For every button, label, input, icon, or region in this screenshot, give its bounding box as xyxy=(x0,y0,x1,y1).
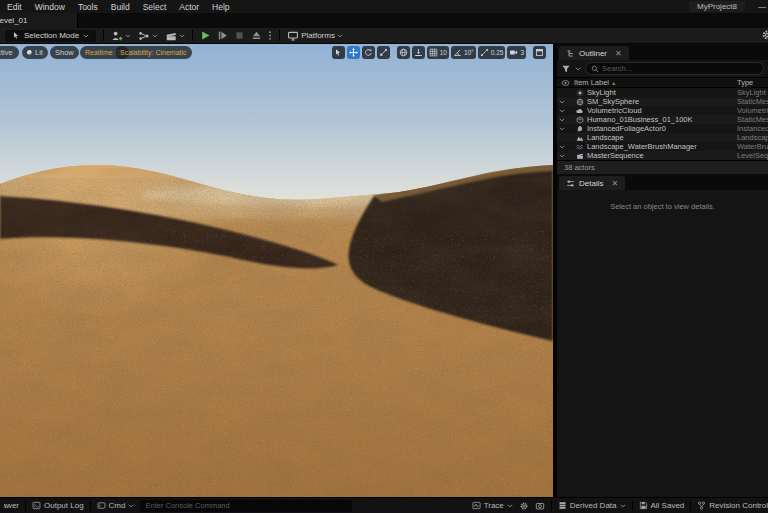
column-type[interactable]: Type xyxy=(737,78,753,87)
scale-tool-button[interactable] xyxy=(377,46,390,59)
output-log-icon xyxy=(32,501,41,510)
trace-dropdown[interactable]: Trace xyxy=(472,501,513,510)
tab-details[interactable]: Details ✕ xyxy=(559,176,625,190)
chevron-down-icon xyxy=(337,34,343,38)
outliner-search-box[interactable] xyxy=(585,62,764,75)
eject-icon[interactable] xyxy=(251,30,262,41)
outliner-row-skylight[interactable]: SkyLightSkyLight xyxy=(557,88,768,97)
details-tab-icon xyxy=(566,179,575,188)
world-space-button[interactable] xyxy=(397,46,410,59)
project-name-badge: MyProject8 xyxy=(689,1,745,12)
scalability-button[interactable]: Scalability: Cinematic xyxy=(115,46,192,59)
menu-tools[interactable]: Tools xyxy=(78,2,98,12)
stop-icon[interactable] xyxy=(234,30,245,41)
scale-snap-button[interactable]: 0.25 xyxy=(478,46,506,59)
trace-icon xyxy=(472,501,481,510)
rotation-snap-button[interactable]: 10° xyxy=(451,46,476,59)
column-item-label[interactable]: Item Label ▲ xyxy=(574,78,616,87)
outliner-row-skysphere[interactable]: SM_SkySphereStaticMes xyxy=(557,97,768,106)
expand-chevron-icon[interactable] xyxy=(559,118,565,122)
settings-button[interactable] xyxy=(761,28,768,44)
scale-tool-icon xyxy=(379,48,388,57)
perspective-button[interactable]: Perspective xyxy=(0,46,19,59)
statusbar-separator xyxy=(90,501,91,511)
viewport-scene[interactable] xyxy=(0,44,553,497)
all-saved-button[interactable]: All Saved xyxy=(639,501,685,510)
filter-funnel-icon[interactable] xyxy=(561,64,571,74)
expand-chevron-icon[interactable] xyxy=(559,100,565,104)
camera-speed-button[interactable]: 3 xyxy=(507,46,526,59)
level-viewport[interactable]: Perspective Lit Show Realtime Off Scalab… xyxy=(0,44,553,497)
toolbar-separator xyxy=(192,30,193,41)
foliage-icon xyxy=(576,125,584,133)
platforms-label: Platforms xyxy=(301,31,335,40)
derived-data-dropdown[interactable]: Derived Data xyxy=(558,501,626,510)
menu-help[interactable]: Help xyxy=(212,2,229,12)
save-icon xyxy=(639,501,648,510)
outliner-row-mastersequence[interactable]: MasterSequenceLevelSequ xyxy=(557,151,768,160)
play-icon[interactable] xyxy=(200,30,211,41)
output-log-button[interactable]: Output Log xyxy=(32,501,84,510)
close-icon[interactable]: ✕ xyxy=(615,49,622,58)
minimize-button[interactable]: — xyxy=(758,2,766,11)
tab-level-01[interactable]: Level_01 xyxy=(0,13,78,28)
menu-window[interactable]: Window xyxy=(35,2,65,12)
close-icon[interactable]: ✕ xyxy=(611,179,618,188)
cinematics-button[interactable] xyxy=(165,30,185,42)
actor-count: 38 actors xyxy=(564,163,595,172)
add-actor-button[interactable] xyxy=(111,30,131,42)
show-button[interactable]: Show xyxy=(50,46,79,59)
menu-select[interactable]: Select xyxy=(143,2,167,12)
kebab-menu-icon[interactable] xyxy=(268,30,272,41)
move-tool-button[interactable] xyxy=(347,46,360,59)
toolbar-separator xyxy=(279,30,280,41)
console-command-input[interactable] xyxy=(145,501,347,510)
expand-chevron-icon[interactable] xyxy=(559,127,565,131)
maximize-viewport-button[interactable] xyxy=(533,46,546,59)
surface-snap-button[interactable] xyxy=(412,46,425,59)
chevron-down-icon[interactable] xyxy=(575,67,581,71)
platforms-button[interactable]: Platforms xyxy=(287,30,343,42)
snapshot-icon[interactable] xyxy=(535,501,545,511)
grid-snap-button[interactable]: 10 xyxy=(427,46,449,59)
viewport-toolbar: Perspective Lit Show Realtime Off Scalab… xyxy=(0,46,553,60)
camera-speed-icon xyxy=(509,48,518,57)
console-command-box[interactable] xyxy=(140,500,352,512)
derived-data-icon xyxy=(558,501,567,510)
expand-chevron-icon[interactable] xyxy=(559,154,565,158)
lit-mode-icon xyxy=(27,50,32,55)
outliner-row-waterbrush[interactable]: Landscape_WaterBrushManagerWaterBrus xyxy=(557,142,768,151)
eye-icon[interactable] xyxy=(561,79,570,87)
cmd-dropdown[interactable]: Cmd xyxy=(97,501,135,510)
world-space-icon xyxy=(399,48,408,57)
revision-control-button[interactable]: Revision Control xyxy=(697,501,768,510)
outliner-row-humano[interactable]: Humano_01Business_01_100KStaticMes xyxy=(557,115,768,124)
selection-mode-button[interactable]: Selection Mode xyxy=(5,30,96,42)
blueprints-button[interactable] xyxy=(138,30,158,42)
outliner-row-foliage[interactable]: InstancedFoliageActor0InstancedF xyxy=(557,124,768,133)
expand-chevron-icon[interactable] xyxy=(559,109,565,113)
rotation-snap-icon xyxy=(453,48,462,57)
menu-build[interactable]: Build xyxy=(111,2,130,12)
menu-actor[interactable]: Actor xyxy=(179,2,199,12)
camera-speed-value: 3 xyxy=(520,49,524,56)
search-input[interactable] xyxy=(602,64,758,73)
rotate-tool-button[interactable] xyxy=(362,46,375,59)
outliner-row-volumetriccloud[interactable]: VolumetricCloudVolumetric xyxy=(557,106,768,115)
skip-frame-icon[interactable] xyxy=(217,30,228,41)
move-tool-icon xyxy=(349,48,358,57)
menu-edit[interactable]: Edit xyxy=(7,2,22,12)
tab-outliner[interactable]: Outliner ✕ xyxy=(559,46,629,60)
play-controls xyxy=(200,30,272,41)
content-drawer-button[interactable]: Content Drawer xyxy=(4,501,19,511)
expand-chevron-icon[interactable] xyxy=(559,145,565,149)
platforms-icon xyxy=(287,30,299,42)
details-tab-label: Details xyxy=(579,179,603,188)
asset-tab-bar: Level_01 xyxy=(0,13,768,28)
insights-gear-icon[interactable] xyxy=(519,501,529,511)
scalability-label: Scalability: Cinematic xyxy=(120,49,187,56)
outliner-footer: 38 actors xyxy=(557,160,768,174)
select-tool-button[interactable] xyxy=(332,46,345,59)
lit-mode-button[interactable]: Lit xyxy=(22,46,48,59)
outliner-row-landscape[interactable]: LandscapeLandscape xyxy=(557,133,768,142)
